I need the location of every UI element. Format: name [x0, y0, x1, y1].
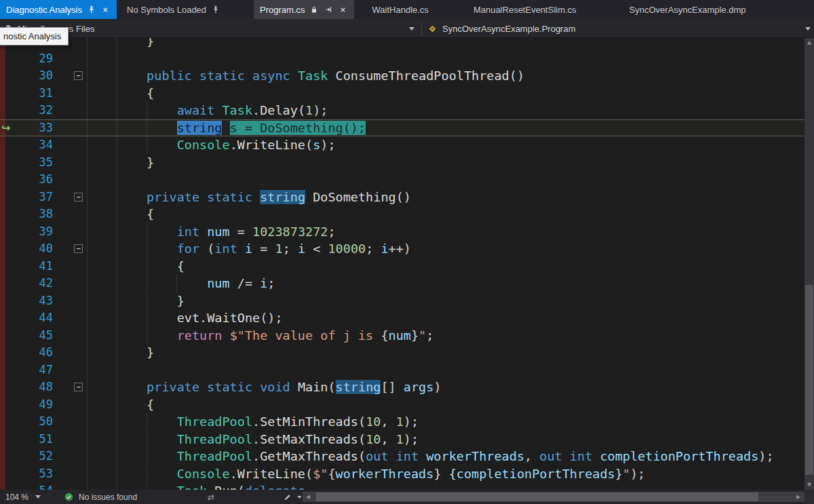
breakpoint-gutter[interactable]: [0, 258, 20, 275]
document-health-indicator[interactable]: No issues found: [64, 490, 137, 504]
pin-icon[interactable]: [86, 5, 96, 15]
line-number[interactable]: 42: [20, 275, 53, 292]
breakpoint-gutter[interactable]: [0, 136, 20, 154]
pin-icon[interactable]: [210, 5, 220, 15]
code-line[interactable]: ↪33 string s = DoSomething();: [0, 119, 814, 137]
code-line[interactable]: 51 ThreadPool.SetMaxThreads(10, 1);: [0, 431, 814, 448]
code-line[interactable]: 43 }: [0, 292, 814, 310]
pencil-icon[interactable]: [284, 490, 292, 504]
line-number[interactable]: 40: [20, 240, 53, 258]
line-number[interactable]: 53: [20, 465, 53, 483]
line-number[interactable]: 45: [20, 327, 53, 345]
fold-toggle-icon[interactable]: −: [74, 193, 83, 201]
breakpoint-gutter[interactable]: [0, 327, 20, 345]
line-number[interactable]: 31: [20, 85, 53, 102]
code-line[interactable]: 53 Console.WriteLine($"{workerThreads} {…: [0, 465, 814, 483]
code-line[interactable]: 42 num /= i;: [0, 275, 814, 292]
code-line[interactable]: 35 }: [0, 154, 814, 172]
close-icon[interactable]: [100, 5, 111, 15]
line-number[interactable]: 44: [20, 309, 53, 327]
line-number[interactable]: 46: [20, 344, 53, 362]
code-line[interactable]: 50 ThreadPool.SetMinThreads(10, 1);: [0, 413, 814, 431]
breakpoint-gutter[interactable]: [0, 292, 20, 310]
line-number[interactable]: 41: [20, 258, 53, 275]
breakpoint-gutter[interactable]: [0, 362, 20, 379]
breakpoint-gutter[interactable]: [0, 396, 20, 414]
code-line[interactable]: 48− private static void Main(string[] ar…: [0, 379, 814, 396]
code-line[interactable]: 44 evt.WaitOne();: [0, 309, 814, 327]
type-dropdown[interactable]: SyncOverAsyncExample.Program: [423, 19, 814, 38]
breakpoint-gutter[interactable]: [0, 102, 20, 119]
line-number[interactable]: 43: [20, 292, 53, 310]
chevron-down-icon[interactable]: [297, 490, 302, 504]
breakpoint-gutter[interactable]: [0, 171, 20, 189]
code-line[interactable]: 47: [0, 362, 814, 379]
breakpoint-gutter[interactable]: [0, 240, 20, 258]
code-line[interactable]: 46 }: [0, 344, 814, 362]
code-line[interactable]: 32 await Task.Delay(1);: [0, 102, 814, 119]
breakpoint-gutter[interactable]: [0, 206, 20, 223]
line-number[interactable]: 30: [20, 67, 53, 85]
breakpoint-gutter[interactable]: ↪: [0, 119, 20, 137]
line-number[interactable]: 54: [20, 482, 53, 490]
breakpoint-gutter[interactable]: [0, 275, 20, 292]
code-line[interactable]: 41 {: [0, 258, 814, 275]
scroll-left-icon[interactable]: ◀: [303, 492, 313, 502]
code-line[interactable]: 30− public static async Task ConsumeThre…: [0, 67, 814, 85]
code-line[interactable]: 49 {: [0, 396, 814, 414]
line-number[interactable]: 37: [20, 189, 53, 206]
line-number[interactable]: 38: [20, 206, 53, 223]
line-number[interactable]: 39: [20, 223, 53, 241]
breakpoint-gutter[interactable]: [0, 309, 20, 327]
tab-no-symbols-loaded[interactable]: No Symbols Loaded: [121, 0, 227, 19]
scroll-right-icon[interactable]: ▶: [794, 492, 803, 502]
code-line[interactable]: 31 {: [0, 85, 814, 102]
tab-diagnostic-analysis[interactable]: Diagnostic Analysis: [0, 0, 117, 19]
breakpoint-gutter[interactable]: [0, 379, 20, 396]
code-line[interactable]: 39 int num = 1023873272;: [0, 223, 814, 241]
breakpoint-gutter[interactable]: [0, 67, 20, 85]
tab-waithandle-cs[interactable]: WaitHandle.cs: [366, 0, 435, 19]
line-number[interactable]: 51: [20, 431, 53, 448]
line-number[interactable]: 34: [20, 136, 53, 154]
breakpoint-gutter[interactable]: [0, 344, 20, 362]
scroll-up-icon[interactable]: ▲: [805, 38, 814, 47]
arrows-icon[interactable]: ⇄: [208, 490, 214, 504]
fold-toggle-icon[interactable]: −: [74, 244, 83, 253]
code-line[interactable]: 45 return $"The value of j is {num}";: [0, 327, 814, 345]
line-number[interactable]: 33: [20, 119, 53, 137]
horizontal-scrollbar[interactable]: ◀ ▶: [303, 492, 805, 502]
code-line[interactable]: 54 Task.Run(delegate: [0, 482, 814, 490]
line-number[interactable]: 36: [20, 171, 53, 189]
scroll-down-icon[interactable]: ▼: [805, 480, 814, 490]
code-line[interactable]: 37− private static string DoSomething(): [0, 189, 814, 206]
line-number[interactable]: 49: [20, 396, 53, 414]
line-number[interactable]: 50: [20, 413, 53, 431]
code-line[interactable]: 52 ThreadPool.GetMaxThreads(out int work…: [0, 448, 814, 465]
fold-toggle-icon[interactable]: −: [74, 71, 83, 80]
breakpoint-gutter[interactable]: [0, 50, 20, 68]
line-number[interactable]: 47: [20, 362, 53, 379]
tab-manualreseteventslim-cs[interactable]: ManualResetEventSlim.cs: [467, 0, 583, 19]
horizontal-scrollbar-thumb[interactable]: [316, 492, 758, 501]
keep-open-icon[interactable]: [324, 5, 334, 15]
line-number[interactable]: 29: [20, 50, 53, 68]
breakpoint-gutter[interactable]: [0, 465, 20, 483]
breakpoint-gutter[interactable]: [0, 413, 20, 431]
tab-program-cs[interactable]: Program.cs: [254, 0, 353, 19]
code-line[interactable]: 34 Console.WriteLine(s);: [0, 136, 814, 154]
breakpoint-gutter[interactable]: [0, 431, 20, 448]
code-line[interactable]: }: [0, 38, 814, 50]
line-number[interactable]: 32: [20, 102, 53, 119]
breakpoint-gutter[interactable]: [0, 448, 20, 465]
code-line[interactable]: 40− for (int i = 1; i < 10000; i++): [0, 240, 814, 258]
fold-toggle-icon[interactable]: −: [74, 383, 83, 391]
tab-syncoverasyncexample-dmp[interactable]: SyncOverAsyncExample.dmp: [623, 0, 752, 19]
code-line[interactable]: 36: [0, 171, 814, 189]
code-line[interactable]: 38 {: [0, 206, 814, 223]
zoom-control[interactable]: 104 %: [5, 490, 28, 504]
breakpoint-gutter[interactable]: [0, 154, 20, 172]
vertical-scrollbar[interactable]: ▲ ▼: [805, 38, 814, 490]
breakpoint-gutter[interactable]: [0, 85, 20, 102]
line-number[interactable]: 52: [20, 448, 53, 465]
